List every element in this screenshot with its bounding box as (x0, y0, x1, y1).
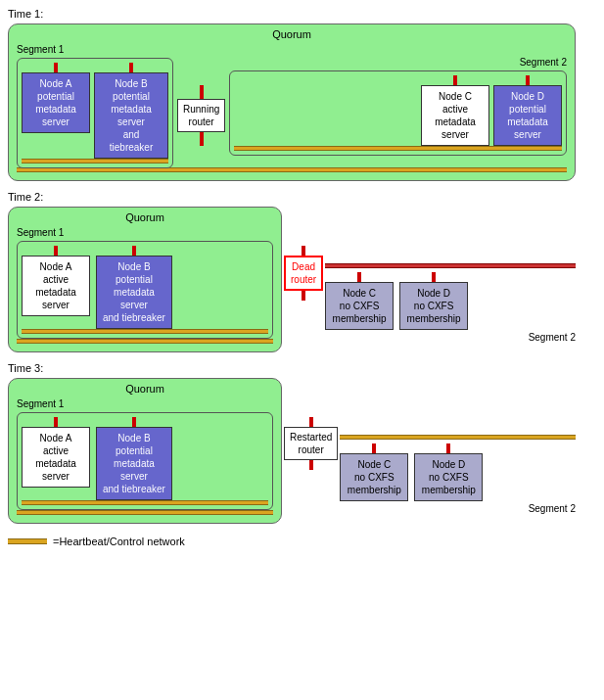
time3-nodeD: Node D no CXFS membership (414, 453, 483, 501)
legend-text: =Heartbeat/Control network (53, 536, 185, 547)
time1-label: Time 1: (8, 8, 596, 20)
time3-seg2-label: Segment 2 (529, 503, 576, 514)
time2-label: Time 2: (8, 191, 596, 203)
time1-nodeC: Node C active metadata server (421, 85, 489, 146)
time2-nodeC: Node C no CXFS membership (325, 282, 394, 330)
time1-seg1-label: Segment 1 (17, 44, 173, 55)
time2-nodeA: Node A active metadata server (22, 256, 90, 316)
legend: =Heartbeat/Control network (8, 536, 596, 547)
time2-nodeB: Node B potential metadata server and tie… (96, 256, 172, 329)
time1-nodeB: Node B potential metadata server and tie… (94, 72, 168, 159)
time1-quorum-box: Quorum Segment 1 Node A potential (8, 23, 576, 181)
time3-nodeA: Node A active metadata server (22, 427, 90, 488)
time1-quorum-label: Quorum (17, 28, 567, 40)
time2-router: Deadrouter (284, 256, 323, 291)
time1-router: Runningrouter (177, 99, 225, 132)
time2-quorum-label: Quorum (17, 211, 273, 223)
time1-seg2-label: Segment 2 (520, 57, 567, 68)
time2-nodeD: Node D no CXFS membership (399, 282, 468, 330)
time3-router: Restartedrouter (284, 427, 338, 460)
time3-nodeC: Node C no CXFS membership (340, 453, 408, 501)
time3-seg1-label: Segment 1 (17, 398, 273, 409)
time3-label: Time 3: (8, 362, 596, 374)
time2-seg1-label: Segment 1 (17, 227, 273, 238)
legend-line-icon (8, 538, 47, 544)
time1-section: Time 1: Quorum Segment 1 Node A potentia… (8, 8, 596, 181)
time2-section: Time 2: Quorum Segment 1 Node A active m… (8, 191, 596, 352)
time3-section: Time 3: Quorum Segment 1 Node A active m… (8, 362, 596, 524)
time1-nodeD: Node D potential metadata server (493, 85, 562, 146)
time2-seg2-label: Segment 2 (529, 332, 576, 343)
time1-nodeA: Node A potential metadata server (22, 72, 90, 133)
time3-quorum-label: Quorum (17, 383, 273, 395)
time3-nodeB: Node B potential metadata server and tie… (96, 427, 172, 500)
